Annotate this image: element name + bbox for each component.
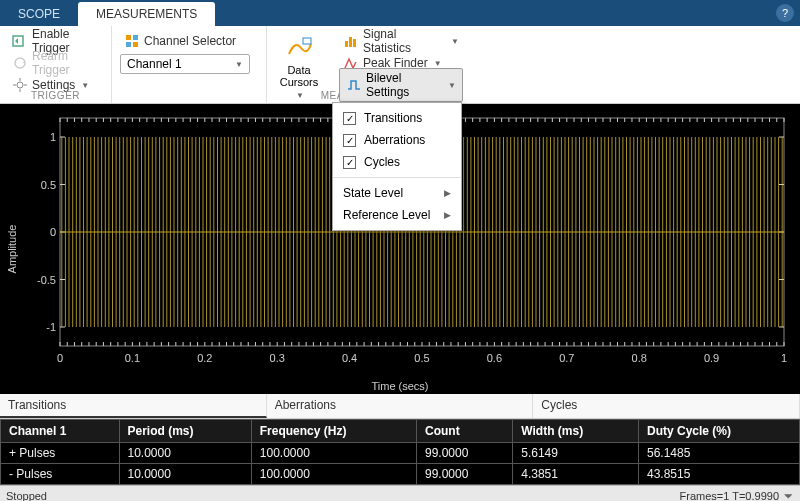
chevron-down-icon: ▼: [235, 60, 243, 69]
svg-text:0.3: 0.3: [270, 352, 285, 364]
svg-text:0.5: 0.5: [41, 179, 56, 191]
results-tab-cycles[interactable]: Cycles: [533, 394, 800, 418]
menu-state-level-label: State Level: [343, 186, 403, 200]
channel-selected-label: Channel 1: [127, 57, 182, 71]
svg-text:0.7: 0.7: [559, 352, 574, 364]
channel-selector-label: Channel Selector: [144, 34, 236, 48]
data-cursors-button[interactable]: DataCursors ▼: [275, 30, 323, 106]
menu-cycles-label: Cycles: [364, 155, 400, 169]
menu-transitions[interactable]: ✓ Transitions: [333, 107, 461, 129]
tab-strip: SCOPE MEASUREMENTS ?: [0, 0, 800, 26]
svg-rect-8: [133, 35, 138, 40]
th-count: Count: [417, 420, 513, 443]
chevron-right-icon: ▶: [444, 210, 451, 220]
menu-aberrations[interactable]: ✓ Aberrations: [333, 129, 461, 151]
results-panel: Transitions Aberrations Cycles Channel 1…: [0, 394, 800, 485]
bilevel-settings-button[interactable]: Bilevel Settings ▼: [339, 68, 463, 102]
bilevel-icon: [346, 77, 362, 93]
scroll-end-icon[interactable]: ⏷: [783, 490, 794, 502]
svg-rect-11: [303, 38, 311, 44]
svg-rect-14: [353, 39, 356, 47]
results-tab-transitions[interactable]: Transitions: [0, 394, 267, 418]
table-row[interactable]: - Pulses 10.0000 100.0000 99.0000 4.3851…: [1, 464, 800, 485]
plot-ylabel: Amplitude: [6, 225, 18, 274]
menu-aberrations-label: Aberrations: [364, 133, 425, 147]
svg-text:0.8: 0.8: [632, 352, 647, 364]
svg-rect-10: [133, 42, 138, 47]
svg-text:0: 0: [50, 226, 56, 238]
checkbox-checked-icon: ✓: [343, 134, 356, 147]
svg-text:0.4: 0.4: [342, 352, 357, 364]
svg-rect-9: [126, 42, 131, 47]
tab-measurements[interactable]: MEASUREMENTS: [78, 2, 215, 26]
checkbox-checked-icon: ✓: [343, 156, 356, 169]
tab-scope[interactable]: SCOPE: [0, 2, 78, 26]
checkbox-checked-icon: ✓: [343, 112, 356, 125]
chevron-right-icon: ▶: [444, 188, 451, 198]
svg-rect-7: [126, 35, 131, 40]
data-cursors-label: Data: [287, 64, 310, 76]
menu-separator: [333, 177, 461, 178]
svg-text:0.5: 0.5: [414, 352, 429, 364]
menu-reference-level[interactable]: Reference Level ▶: [333, 204, 461, 226]
signal-statistics-label: Signal Statistics: [363, 27, 445, 55]
svg-text:0.9: 0.9: [704, 352, 719, 364]
cursor-icon: [285, 34, 313, 62]
svg-text:0: 0: [57, 352, 63, 364]
menu-reference-level-label: Reference Level: [343, 208, 430, 222]
status-bar: Stopped Frames=1 T=0.9990 ⏷: [0, 485, 800, 501]
stats-icon: [343, 33, 359, 49]
chevron-down-icon: ▼: [448, 81, 456, 90]
chevron-down-icon: ▼: [451, 37, 459, 46]
rearm-icon: [12, 55, 28, 71]
status-left: Stopped: [6, 490, 47, 502]
results-table: Channel 1 Period (ms) Frequency (Hz) Cou…: [0, 419, 800, 485]
svg-text:0.2: 0.2: [197, 352, 212, 364]
bilevel-settings-label: Bilevel Settings: [366, 71, 442, 99]
channel-dropdown[interactable]: Channel 1 ▼: [120, 54, 250, 74]
help-button[interactable]: ?: [776, 4, 794, 22]
svg-rect-12: [345, 41, 348, 47]
chevron-down-icon: ▼: [81, 81, 89, 90]
svg-text:-0.5: -0.5: [37, 274, 56, 286]
toolstrip: Enable Trigger Rearm Trigger Settings ▼ …: [0, 26, 800, 104]
th-duty: Duty Cycle (%): [638, 420, 799, 443]
svg-text:1: 1: [50, 131, 56, 143]
svg-rect-13: [349, 37, 352, 47]
svg-text:0.6: 0.6: [487, 352, 502, 364]
th-period: Period (ms): [119, 420, 251, 443]
channel-icon: [124, 33, 140, 49]
svg-text:1: 1: [781, 352, 787, 364]
plot-xlabel: Time (secs): [0, 380, 800, 392]
channel-selector-button[interactable]: Channel Selector: [120, 31, 240, 51]
bilevel-dropdown-menu: ✓ Transitions ✓ Aberrations ✓ Cycles Sta…: [332, 102, 462, 231]
results-tab-aberrations[interactable]: Aberrations: [267, 394, 534, 418]
menu-state-level[interactable]: State Level ▶: [333, 182, 461, 204]
th-width: Width (ms): [513, 420, 639, 443]
th-freq: Frequency (Hz): [251, 420, 416, 443]
svg-point-2: [17, 82, 23, 88]
chevron-down-icon: ▼: [296, 91, 304, 100]
chevron-down-icon: ▼: [434, 59, 442, 68]
trigger-section-label: TRIGGER: [0, 90, 111, 101]
table-row[interactable]: + Pulses 10.0000 100.0000 99.0000 5.6149…: [1, 443, 800, 464]
th-channel: Channel 1: [1, 420, 120, 443]
status-right: Frames=1 T=0.9990: [680, 490, 779, 502]
svg-text:-1: -1: [46, 321, 56, 333]
rearm-trigger-label: Rearm Trigger: [32, 49, 99, 77]
menu-cycles[interactable]: ✓ Cycles: [333, 151, 461, 173]
svg-text:0.1: 0.1: [125, 352, 140, 364]
menu-transitions-label: Transitions: [364, 111, 422, 125]
